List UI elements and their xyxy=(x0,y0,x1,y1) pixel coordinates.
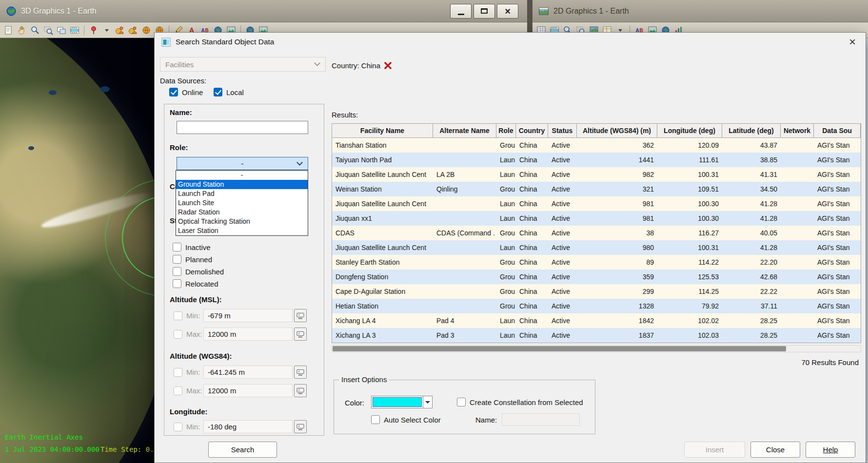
units-button[interactable] xyxy=(294,366,307,379)
create-constellation-row[interactable]: Create Constellation from Selected xyxy=(457,398,583,406)
caret-icon[interactable] xyxy=(101,24,113,36)
help-button[interactable]: Help xyxy=(806,442,855,458)
column-header-role[interactable]: Role xyxy=(496,124,516,137)
units-button[interactable] xyxy=(294,420,307,433)
auto-select-color-row[interactable]: Auto Select Color xyxy=(371,415,441,424)
local-checkbox[interactable] xyxy=(214,88,222,96)
table-row[interactable]: Jiuquan xx1LaunChinaActive981100.3041.28… xyxy=(332,211,861,226)
map-2d-icon xyxy=(538,6,549,17)
role-option-launch-pad[interactable]: Launch Pad xyxy=(176,189,308,198)
name-filter-label: Name: xyxy=(170,108,192,116)
zoom-icon[interactable] xyxy=(29,24,41,36)
table-row[interactable]: Stanley Earth StationGrouChinaActive8911… xyxy=(332,255,861,270)
online-checkbox-row[interactable]: Online xyxy=(169,88,203,96)
table-cell: 125.53 xyxy=(657,270,722,284)
altitude-msl-max-input[interactable] xyxy=(203,328,293,341)
role-option-none[interactable]: - xyxy=(176,171,308,180)
role-option-launch-site[interactable]: Launch Site xyxy=(176,198,308,208)
checkbox[interactable] xyxy=(173,267,181,276)
table-row[interactable]: Dongfeng StationGrouChinaActive359125.53… xyxy=(332,270,861,284)
chevron-down-icon[interactable] xyxy=(423,396,432,408)
units-button[interactable] xyxy=(294,384,307,397)
column-header-latitude-deg-[interactable]: Latitude (deg) xyxy=(722,124,781,137)
scrollbar-thumb[interactable] xyxy=(333,346,786,351)
name-filter-input[interactable] xyxy=(177,121,308,134)
table-row[interactable]: Hetian StationGrouChinaActive132879.9237… xyxy=(332,299,861,313)
column-header-country[interactable]: Country xyxy=(516,124,548,137)
color-picker[interactable] xyxy=(371,396,433,408)
status-option-demolished[interactable]: Demolished xyxy=(173,267,224,276)
role-option-optical-tracking-station[interactable]: Optical Tracking Station xyxy=(176,217,308,226)
column-header-facility-name[interactable]: Facility Name xyxy=(332,124,433,137)
column-header-altitude-wgs84-m-[interactable]: Altitude (WGS84) (m) xyxy=(577,124,657,137)
status-option-relocated[interactable]: Relocated xyxy=(173,279,224,288)
altitude-wgs84-min-input[interactable] xyxy=(203,366,293,379)
dialog-close-button[interactable]: × xyxy=(843,34,862,50)
column-header-status[interactable]: Status xyxy=(548,124,577,137)
column-header-longitude-deg-[interactable]: Longitude (deg) xyxy=(657,124,722,137)
status-option-planned[interactable]: Planned xyxy=(173,255,224,264)
object-type-select[interactable]: Facilities xyxy=(160,57,326,72)
table-cell xyxy=(781,211,814,226)
page-icon[interactable] xyxy=(3,24,15,36)
role-option-radar-station[interactable]: Radar Station xyxy=(176,208,308,217)
min-enable-checkbox[interactable] xyxy=(174,423,182,431)
film-icon[interactable] xyxy=(69,24,80,36)
status-option-inactive[interactable]: Inactive xyxy=(173,243,224,251)
close-button[interactable]: Close xyxy=(750,442,800,458)
role-select[interactable]: - xyxy=(177,157,308,170)
person-globe-icon[interactable] xyxy=(127,24,139,36)
checkbox[interactable] xyxy=(173,255,181,264)
table-cell: 100.31 xyxy=(657,167,722,182)
auto-select-color-checkbox[interactable] xyxy=(371,415,380,424)
column-header-data-sou[interactable]: Data Sou xyxy=(814,124,861,137)
window-3d-titlebar[interactable]: 3D Graphics 1 - Earth × xyxy=(0,0,527,22)
table-row[interactable]: Taiyuan North PadLaunChinaActive1441111.… xyxy=(332,153,861,167)
min-enable-checkbox[interactable] xyxy=(174,311,182,320)
altitude-msl-min-input[interactable] xyxy=(203,309,293,322)
table-row[interactable]: Tianshan StationGrouChinaActive362120.09… xyxy=(332,138,861,153)
maximize-button[interactable] xyxy=(473,4,495,19)
checkbox[interactable] xyxy=(173,243,181,251)
min-enable-checkbox[interactable] xyxy=(174,368,182,377)
globe-orange-icon[interactable] xyxy=(140,24,152,36)
units-button[interactable] xyxy=(294,328,307,341)
table-row[interactable]: Jiuquan Satellite Launch CentLaunChinaAc… xyxy=(332,196,861,211)
create-constellation-checkbox[interactable] xyxy=(457,398,466,406)
close-window-button[interactable]: × xyxy=(497,4,518,19)
table-row[interactable]: Jiuquan Satellite Launch CentLaunChinaAc… xyxy=(332,240,861,255)
column-header-alternate-name[interactable]: Alternate Name xyxy=(433,124,496,137)
table-cell: Qinling xyxy=(433,182,496,196)
table-row[interactable]: Jiuquan Satellite Launch CentLA 2BLaunCh… xyxy=(332,167,861,182)
max-enable-checkbox[interactable] xyxy=(174,330,182,339)
local-checkbox-row[interactable]: Local xyxy=(214,88,244,96)
windows-icon[interactable] xyxy=(56,24,67,36)
units-button[interactable] xyxy=(294,309,307,322)
window-2d-titlebar[interactable]: 2D Graphics 1 - Earth xyxy=(533,0,868,22)
search-button[interactable]: Search xyxy=(208,442,277,458)
pin-icon[interactable] xyxy=(88,24,99,36)
checkbox[interactable] xyxy=(173,279,181,288)
minimize-button[interactable] xyxy=(450,4,472,19)
column-header-network[interactable]: Network xyxy=(781,124,814,137)
table-row[interactable]: Cape D-Aguilar StationGrouChinaActive299… xyxy=(332,284,861,299)
zoom-area-icon[interactable] xyxy=(42,24,54,36)
online-checkbox[interactable] xyxy=(169,88,178,96)
longitude-min-input[interactable] xyxy=(203,420,293,433)
constellation-name-input[interactable] xyxy=(502,413,580,426)
table-row[interactable]: Xichang LA 3Pad 3LaunChinaActive1837102.… xyxy=(332,328,861,343)
horizontal-scrollbar[interactable] xyxy=(332,345,861,352)
role-option-laser-station[interactable]: Laser Station xyxy=(176,226,308,235)
table-row[interactable]: Weinan StationQinlingGrouChinaActive3211… xyxy=(332,182,861,196)
table-row[interactable]: Xichang LA 4Pad 4LaunChinaActive1842102.… xyxy=(332,313,861,328)
person-globe-icon[interactable] xyxy=(114,24,126,36)
altitude-wgs84-max-input[interactable] xyxy=(203,384,293,397)
table-row[interactable]: CDASCDAS (Command .GrouChinaActive38116.… xyxy=(332,226,861,240)
desktop: Earth Inertial Axes 1 Jul 2023 04:00:00.… xyxy=(0,0,868,463)
max-enable-checkbox[interactable] xyxy=(174,386,182,395)
role-option-ground-station[interactable]: Ground Station xyxy=(176,180,308,189)
hand-icon[interactable] xyxy=(16,24,28,36)
insert-button[interactable]: Insert xyxy=(684,442,745,458)
remove-filter-icon[interactable] xyxy=(384,62,392,69)
dialog-titlebar[interactable]: Search Standard Object Data xyxy=(155,33,866,51)
